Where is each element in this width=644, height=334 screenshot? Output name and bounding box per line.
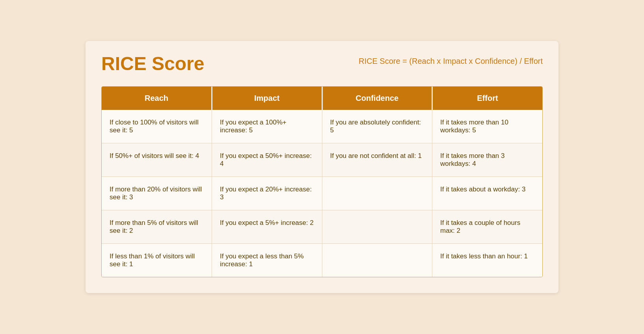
cell-effort: If it takes a couple of hours max: 2 [432,210,543,244]
cell-confidence: If you are absolutely confident: 5 [322,110,432,143]
col-impact: Impact [212,87,322,110]
cell-impact: If you expect a 50%+ increase: 4 [212,143,322,177]
cell-effort: If it takes about a workday: 3 [432,177,543,210]
table-header-row: Reach Impact Confidence Effort [102,87,542,110]
cell-impact: If you expect a 20%+ increase: 3 [212,177,322,210]
table-row: If close to 100% of visitors will see it… [102,110,542,143]
cell-confidence [322,244,432,277]
cell-confidence: If you are not confident at all: 1 [322,143,432,177]
table-row: If less than 1% of visitors will see it:… [102,244,542,277]
table-row: If more than 20% of visitors will see it… [102,177,542,210]
cell-reach: If less than 1% of visitors will see it:… [102,244,212,277]
header: RICE Score RICE Score = (Reach x Impact … [101,53,543,74]
cell-reach: If more than 5% of visitors will see it:… [102,210,212,244]
cell-confidence [322,177,432,210]
col-reach: Reach [102,87,212,110]
cell-impact: If you expect a less than 5% increase: 1 [212,244,322,277]
table-row: If more than 5% of visitors will see it:… [102,210,542,244]
table-row: If 50%+ of visitors will see it: 4If you… [102,143,542,177]
main-container: RICE Score RICE Score = (Reach x Impact … [86,41,558,293]
formula-text: RICE Score = (Reach x Impact x Confidenc… [359,53,543,66]
rice-table: Reach Impact Confidence Effort If close … [102,87,542,277]
cell-effort: If it takes more than 3 workdays: 4 [432,143,543,177]
cell-impact: If you expect a 5%+ increase: 2 [212,210,322,244]
cell-effort: If it takes more than 10 workdays: 5 [432,110,543,143]
cell-impact: If you expect a 100%+ increase: 5 [212,110,322,143]
col-effort: Effort [432,87,543,110]
rice-table-wrapper: Reach Impact Confidence Effort If close … [101,86,543,277]
cell-effort: If it takes less than an hour: 1 [432,244,543,277]
cell-reach: If 50%+ of visitors will see it: 4 [102,143,212,177]
cell-reach: If close to 100% of visitors will see it… [102,110,212,143]
cell-reach: If more than 20% of visitors will see it… [102,177,212,210]
col-confidence: Confidence [322,87,432,110]
cell-confidence [322,210,432,244]
page-title: RICE Score [101,53,204,74]
